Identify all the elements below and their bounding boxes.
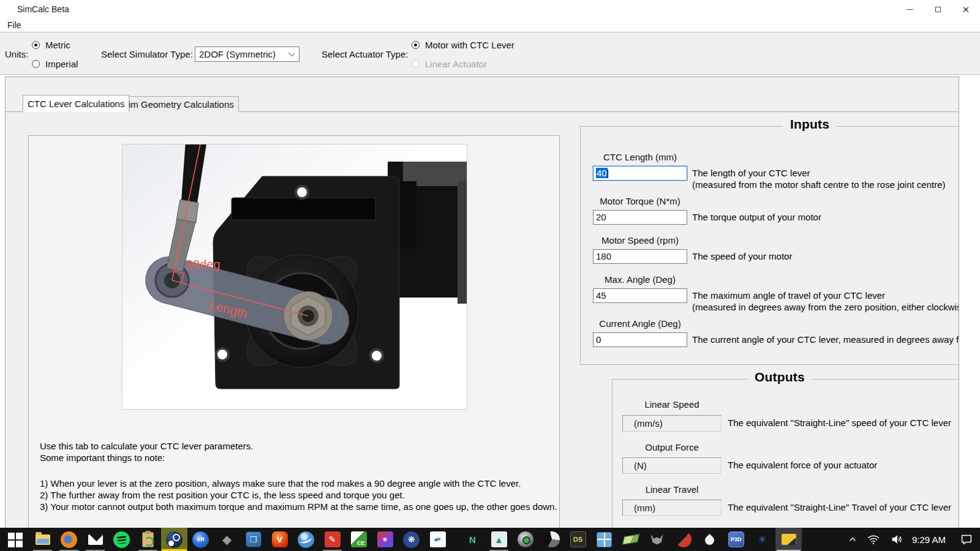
action-center-icon[interactable] (953, 528, 980, 551)
tray-chevron-up-icon[interactable] (843, 528, 862, 551)
wifi-icon[interactable] (862, 528, 885, 551)
output-field-label: Linear Speed (622, 399, 722, 410)
taskbar-cube-3d-app[interactable]: ❒ (240, 528, 266, 551)
simulator-type-value: 2DOF (Symmetric) (199, 49, 276, 59)
output-field-3: (mm) (622, 500, 722, 516)
taskbar-red-swirl-app[interactable] (670, 528, 696, 551)
taskbar-sketchup[interactable]: ✎ (319, 528, 345, 551)
motor-render: 90deg Length (123, 144, 467, 410)
taskbar-eye-app[interactable] (512, 528, 538, 551)
taskbar-vr-app[interactable]: VR (187, 528, 214, 551)
angle-annotation: 90deg (186, 258, 221, 271)
simulator-type-dropdown[interactable]: 2DOF (Symmetric) (195, 47, 300, 62)
system-tray: 9:29 AM (843, 528, 980, 551)
taskbar-unity[interactable]: ◆ (214, 528, 240, 551)
taskbar-maya[interactable]: ▲ (486, 528, 512, 551)
spotify-icon (113, 531, 130, 548)
tab-ctc-lever[interactable]: CTC Lever Calculations (23, 95, 129, 112)
unity-icon: ◆ (220, 532, 235, 547)
input-field-3[interactable]: 180 (593, 249, 687, 264)
volume-icon[interactable] (885, 528, 908, 551)
map-app-icon (622, 534, 639, 545)
taskbar-mail[interactable] (82, 528, 108, 551)
taskbar-start-button[interactable] (0, 528, 29, 551)
input-field-label: Motor Torque (N*m) (593, 196, 687, 206)
taskbar-poser[interactable]: ✶ (372, 528, 398, 551)
output-field-1: (mm/s) (622, 415, 722, 432)
radio-imperial-icon (32, 60, 40, 68)
taskbar-quill-app[interactable]: ✒ (424, 528, 451, 551)
note-line: Some important things to note: (40, 452, 557, 463)
taskbar-natron[interactable]: N (459, 528, 486, 551)
sketchup-icon: ✎ (325, 531, 341, 547)
taskbar-simcalc-app[interactable] (775, 528, 802, 551)
close-button[interactable]: ✕ (952, 0, 980, 18)
maya-icon: ▲ (491, 531, 507, 547)
restore-icon (935, 7, 941, 12)
input-field-desc: The maximum angle of travel of your CTC … (692, 290, 959, 313)
taskbar-spider-app[interactable]: ✳ (749, 528, 775, 551)
window-panes-app-icon (597, 532, 612, 547)
taskbar-clipboard-sync[interactable] (135, 528, 161, 551)
simulator-type-label: Select Simulator Type: (101, 49, 193, 59)
actuator-type-label: Select Actuator Type: (322, 49, 408, 59)
vr-app-icon: VR (192, 531, 209, 548)
input-field-1[interactable]: 40 (593, 166, 687, 181)
notes-text: Use this tab to calculate your CTC lever… (40, 440, 557, 512)
inputs-title: Inputs (783, 117, 837, 132)
radio-metric-icon (32, 41, 40, 49)
mail-icon (88, 534, 103, 545)
taskbar-file-explorer[interactable] (29, 528, 56, 551)
menu-file[interactable]: File (7, 20, 21, 30)
taskbar-firefox[interactable] (56, 528, 82, 551)
taskbar-cheat-engine[interactable]: CE (345, 528, 372, 551)
ctc-lever-diagram: 90deg Length (122, 144, 467, 410)
clipboard-sync-icon (142, 532, 154, 547)
natron-icon: N (465, 531, 481, 547)
restore-button[interactable] (924, 0, 952, 18)
taskbar-tree-app[interactable]: ❋ (398, 528, 424, 551)
taskbar-map-app[interactable] (617, 528, 644, 551)
minimize-button[interactable] (895, 0, 924, 18)
units-label: Units: (5, 49, 28, 59)
radio-linear-actuator-label: Linear Actuator (425, 59, 487, 69)
taskbar-steam[interactable] (161, 528, 187, 551)
input-field-desc: The length of your CTC lever(measured fr… (692, 168, 946, 190)
simcalc-app-icon (782, 534, 796, 545)
taskbar-clock[interactable]: 9:29 AM (908, 534, 953, 545)
radio-linear-actuator: Linear Actuator (412, 59, 487, 69)
radio-metric[interactable]: Metric (32, 40, 70, 50)
taskbar-window-panes-app[interactable] (591, 528, 617, 551)
spider-app-icon: ✳ (755, 531, 771, 547)
red-swirl-app-icon (676, 531, 692, 547)
output-field-label: Linear Travel (622, 484, 722, 495)
radio-imperial[interactable]: Imperial (32, 59, 78, 69)
taskbar-daz-studio[interactable]: DS (565, 528, 591, 551)
wolf-app-icon (651, 534, 663, 545)
input-field-label: CTC Length (mm) (593, 152, 687, 162)
quill-app-icon: ✒ (430, 531, 446, 547)
daz-studio-icon: DS (570, 531, 586, 547)
radio-metric-label: Metric (45, 40, 70, 50)
picture-panel: 90deg Length Use this tab to calculate y… (28, 135, 560, 551)
taskbar-droplet-app[interactable] (696, 528, 723, 551)
input-field-5[interactable]: 0 (593, 332, 687, 347)
input-field-2[interactable]: 20 (593, 210, 687, 225)
input-field-4[interactable]: 45 (593, 288, 687, 303)
taskbar-wolf-app[interactable] (644, 528, 670, 551)
simcalc-window: SimCalc Beta ✕ File Units: Metric Imperi… (0, 0, 980, 551)
radio-motor-ctc-label: Motor with CTC Lever (425, 40, 514, 50)
taskbar-spotify[interactable] (108, 528, 135, 551)
cheat-engine-icon: CE (351, 531, 367, 547)
taskbar-vivaldi[interactable]: V (266, 528, 293, 551)
close-icon: ✕ (962, 5, 970, 14)
droplet-app-icon (703, 534, 716, 547)
note-line: 3) Your motor cannot output both maximum… (40, 501, 557, 512)
taskbar-google-earth[interactable] (293, 528, 319, 551)
taskbar-prepar3d[interactable]: P3D (723, 528, 749, 551)
title-bar: SimCalc Beta ✕ (0, 0, 980, 18)
radio-motor-ctc[interactable]: Motor with CTC Lever (412, 40, 514, 50)
outputs-groupbox: Outputs Linear Speed(mm/s)The equivalent… (612, 379, 959, 551)
taskbar-sphere-app[interactable] (538, 528, 565, 551)
tab-sim-geometry[interactable]: Sim Geometry Calculations (118, 96, 239, 112)
